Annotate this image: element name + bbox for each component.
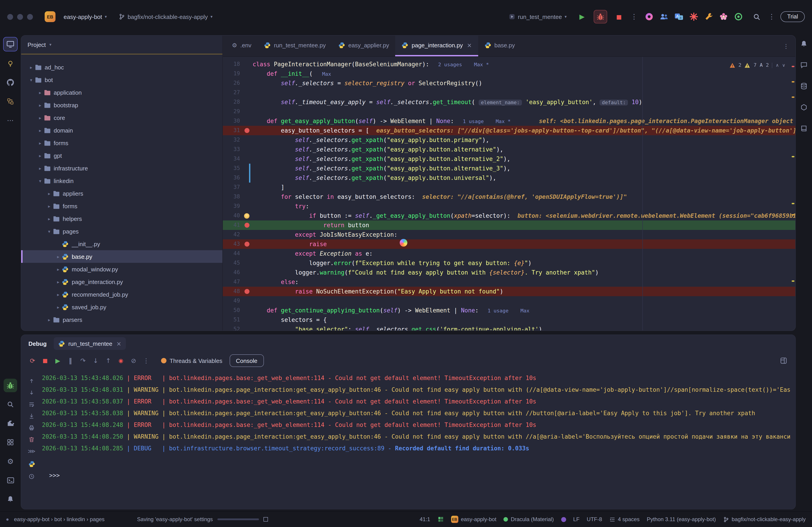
- code-text[interactable]: class PageInteractionManager(BaseSeleniu…: [252, 60, 795, 69]
- code-text[interactable]: [252, 296, 795, 306]
- code-line-37[interactable]: 37 ]: [223, 183, 795, 192]
- documentation-tool-button[interactable]: [797, 122, 811, 135]
- breakpoint-icon[interactable]: [244, 223, 249, 228]
- code-text[interactable]: logger.warning(f"Could not find easy app…: [252, 268, 795, 277]
- code-text[interactable]: self._selectors.get_xpath("easy_apply.bu…: [252, 145, 795, 154]
- tree-item-parsers[interactable]: ▸parsers: [21, 313, 222, 326]
- history-icon[interactable]: [28, 473, 35, 480]
- breakpoint-icon[interactable]: [244, 242, 249, 246]
- structure-tool-button[interactable]: [4, 95, 17, 108]
- scrollbar-warning-mark[interactable]: [792, 81, 794, 82]
- close-session-icon[interactable]: ×: [116, 340, 121, 347]
- window-minimize-button[interactable]: [17, 14, 23, 20]
- tree-item-core[interactable]: ▸core: [21, 111, 222, 124]
- console-prompt[interactable]: >>>: [49, 472, 60, 479]
- mute-breakpoints-button[interactable]: ⊘: [128, 355, 140, 366]
- code-text[interactable]: raise NoSuchElementException("Easy Apply…: [252, 287, 795, 296]
- line-number[interactable]: 52: [223, 325, 241, 330]
- code-line-40[interactable]: 40 if button := self._get_easy_apply_but…: [223, 211, 795, 221]
- code-line-41[interactable]: 41 return button: [223, 221, 795, 230]
- code-text[interactable]: self._selectors.get_xpath("easy_apply.bu…: [252, 173, 795, 183]
- debug-session-tab[interactable]: run_test_mentee ×: [54, 337, 126, 350]
- stop-process-button[interactable]: ■: [39, 355, 51, 366]
- code-line-45[interactable]: 45 logger.error(f"Exception while trying…: [223, 258, 795, 268]
- scroll-up-icon[interactable]: [28, 377, 35, 385]
- tree-item-saved_job.py[interactable]: ▸saved_job.py: [21, 301, 222, 313]
- debug-button[interactable]: [594, 10, 607, 24]
- code-line-43[interactable]: 43 raise: [223, 239, 795, 249]
- breadcrumb[interactable]: easy-apply-bot › bot › linkedin › pages: [14, 516, 105, 523]
- code-text[interactable]: self._selectors = selector_registry or S…: [252, 78, 795, 88]
- window-close-button[interactable]: [7, 14, 13, 20]
- cancel-task-icon[interactable]: [263, 517, 268, 522]
- code-text[interactable]: except Exception as e:: [252, 249, 795, 258]
- layout-settings-icon[interactable]: [780, 357, 790, 364]
- editor-tab-.env[interactable]: ⚙.env: [226, 35, 258, 56]
- code-line-47[interactable]: 47 else:: [223, 277, 795, 287]
- theme-widget[interactable]: Dracula (Material): [504, 516, 554, 523]
- scrollbar-warning-mark[interactable]: [792, 281, 794, 282]
- code-text[interactable]: return button: [252, 221, 795, 230]
- code-line-35[interactable]: 35 self._selectors.get_xpath("easy_apply…: [223, 164, 795, 173]
- tree-item-domain[interactable]: ▸domain: [21, 124, 222, 137]
- tree-chevron-icon[interactable]: ▸: [37, 90, 44, 95]
- code-text[interactable]: selectors = {: [252, 315, 795, 325]
- code-line-51[interactable]: 51 selectors = {: [223, 315, 795, 325]
- line-number[interactable]: 26: [223, 78, 241, 88]
- tree-chevron-icon[interactable]: ▸: [37, 115, 44, 120]
- build-tool-button[interactable]: [797, 101, 811, 114]
- more-run-actions-icon[interactable]: ⋮: [630, 13, 637, 21]
- breakpoint-icon[interactable]: [244, 289, 249, 294]
- scrollbar-warning-mark[interactable]: [792, 156, 794, 157]
- code-text[interactable]: self._selectors.get_xpath("easy_apply.bu…: [252, 164, 795, 173]
- line-number[interactable]: 32: [223, 135, 241, 145]
- find-tool-window-button[interactable]: [4, 397, 17, 411]
- tree-chevron-icon[interactable]: ▸: [37, 103, 44, 107]
- tree-chevron-icon[interactable]: ▸: [46, 204, 53, 209]
- settings-kebab-icon[interactable]: ⋮: [768, 13, 775, 21]
- line-number[interactable]: 42: [223, 230, 241, 239]
- prev-problem-icon[interactable]: ∧: [776, 60, 779, 70]
- grid-widget-icon[interactable]: [437, 516, 444, 523]
- code-line-28[interactable]: 28 self._timeout_easy_apply = self._sele…: [223, 97, 795, 107]
- code-line-52[interactable]: 52 "base_selector": self._selectors.get_…: [223, 325, 795, 330]
- line-number[interactable]: 37: [223, 183, 241, 192]
- tree-item-base.py[interactable]: ▸base.py: [21, 250, 222, 263]
- tree-chevron-icon[interactable]: ▸: [55, 254, 62, 259]
- rerun-button[interactable]: ⟳: [27, 355, 38, 366]
- code-line-19[interactable]: 19 def __init__( Max: [223, 69, 795, 78]
- tree-item-modal_window.py[interactable]: ▸modal_window.py: [21, 263, 222, 275]
- tree-chevron-icon[interactable]: ▾: [28, 77, 35, 82]
- resume-button[interactable]: ▶: [52, 355, 63, 366]
- notifications-tool-button[interactable]: [4, 492, 17, 506]
- clear-console-icon[interactable]: [28, 436, 35, 443]
- line-number[interactable]: 44: [223, 249, 241, 258]
- tree-item-appliers[interactable]: ▸appliers: [21, 187, 222, 200]
- tree-chevron-icon[interactable]: ▸: [37, 128, 44, 133]
- view-breakpoints-button[interactable]: ◉: [115, 355, 127, 366]
- tree-chevron-icon[interactable]: ▸: [37, 153, 44, 158]
- scrollbar-warning-mark[interactable]: [792, 214, 794, 215]
- code-line-18[interactable]: 18class PageInteractionManager(BaseSelen…: [223, 60, 795, 69]
- scroll-to-end-icon[interactable]: [28, 412, 35, 420]
- code-line-26[interactable]: 26 self._selectors = selector_registry o…: [223, 78, 795, 88]
- inspections-widget[interactable]: 2 7 A 2 ∧ ∨: [726, 59, 789, 71]
- line-number[interactable]: 49: [223, 296, 241, 306]
- tree-chevron-icon[interactable]: ▸: [46, 191, 53, 196]
- tree-item-application[interactable]: ▸application: [21, 86, 222, 99]
- line-number[interactable]: 33: [223, 145, 241, 154]
- line-number[interactable]: 27: [223, 88, 241, 97]
- code-line-42[interactable]: 42 except JobIsNotEasyException:: [223, 230, 795, 239]
- line-number[interactable]: 35: [223, 164, 241, 173]
- line-number[interactable]: 51: [223, 315, 241, 325]
- tree-chevron-icon[interactable]: ▸: [55, 279, 62, 284]
- tree-chevron-icon[interactable]: ▾: [46, 229, 53, 234]
- close-tab-icon[interactable]: ×: [467, 42, 472, 49]
- window-zoom-button[interactable]: [27, 14, 33, 20]
- line-number[interactable]: 30: [223, 116, 241, 126]
- scroll-down-icon[interactable]: [28, 389, 35, 396]
- github-tool-button[interactable]: [4, 76, 17, 89]
- code-line-31[interactable]: 31 easy_button_selectors = [ easy_button…: [223, 126, 795, 135]
- editor-tab-page_interaction.py[interactable]: page_interaction.py×: [395, 35, 478, 56]
- code-line-50[interactable]: 50 def get_continue_applying_button(self…: [223, 306, 795, 315]
